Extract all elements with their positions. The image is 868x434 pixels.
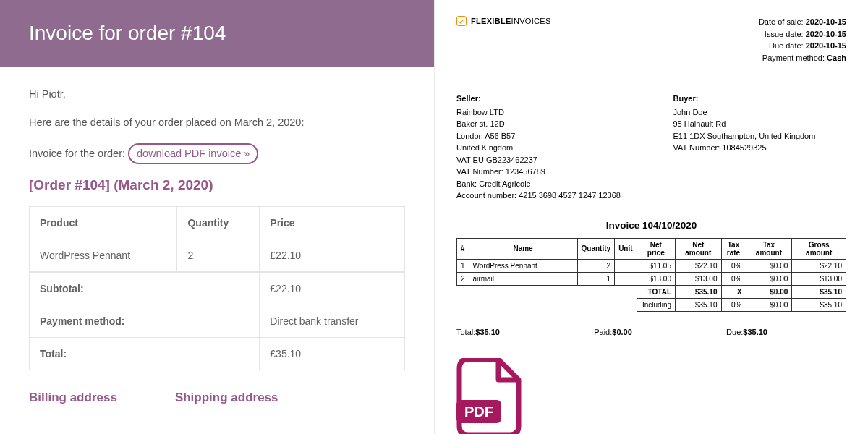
cell-qty: 1	[577, 272, 615, 285]
meta-sale-label: Date of sale:	[759, 17, 806, 26]
col-gross: Gross amount	[792, 238, 846, 259]
total-row: Total: £35.10	[30, 338, 405, 370]
brand-strong: FLEXIBLE	[471, 17, 511, 25]
cell-tax-amount: $0.00	[746, 272, 792, 285]
total-gross: $35.10	[792, 285, 846, 298]
meta-payment-value: Cash	[827, 54, 846, 62]
download-line: Invoice for the order: download PDF invo…	[29, 143, 405, 164]
incl-tax: $0.00	[746, 298, 792, 311]
greeting-text: Hi Piotr,	[29, 87, 405, 102]
total-label: TOTAL	[637, 285, 675, 298]
buyer-line2: E11 1DX Southampton, United Kingdom	[673, 130, 847, 142]
incl-label: Including	[637, 298, 675, 311]
cell-net-amount: $13.00	[676, 272, 722, 285]
inv-row: 1 WordPress Pennant 2 $11.05 $22.10 0% $…	[457, 259, 846, 272]
footer-paid-value: $0.00	[612, 328, 632, 336]
incl-rate: 0%	[721, 298, 746, 311]
inv-including-row: Including $35.10 0% $0.00 $35.10	[457, 298, 846, 311]
seller-line3: United Kingdom	[456, 142, 630, 154]
brand-logo: FLEXIBLEINVOICES	[456, 16, 551, 26]
payment-value: Direct bank transfer	[260, 305, 405, 338]
billing-heading: Billing address	[29, 391, 117, 405]
cell-qty: 2	[577, 259, 615, 272]
email-body: Hi Piotr, Here are the details of your o…	[0, 67, 434, 425]
cell-gross: $22.10	[792, 259, 846, 272]
cell-tax-amount: $0.00	[746, 259, 792, 272]
total-tax: $0.00	[746, 285, 792, 298]
email-preview: Invoice for order #104 Hi Piotr, Here ar…	[0, 0, 434, 434]
pdf-file-icon: PDF	[456, 358, 522, 435]
seller-line1: Baker st. 12D	[456, 118, 630, 130]
col-price: Price	[260, 207, 405, 239]
brand-check-icon	[456, 16, 467, 26]
buyer-title: Buyer:	[673, 93, 847, 105]
download-prefix: Invoice for the order:	[29, 148, 128, 159]
buyer-block: Buyer: John Doe 95 Hainault Rd E11 1DX S…	[673, 93, 847, 202]
col-name: Name	[469, 238, 577, 259]
col-net-amount: Net amount	[676, 238, 722, 259]
cell-tax-rate: 0%	[721, 272, 746, 285]
address-row: Billing address Shipping address	[29, 391, 405, 405]
meta-due-label: Due date:	[769, 41, 806, 50]
email-banner-title: Invoice for order #104	[29, 22, 405, 45]
inv-total-row: TOTAL $35.10 X $0.00 $35.10	[457, 285, 846, 298]
cell-no: 1	[457, 259, 469, 272]
col-product: Product	[30, 207, 177, 239]
seller-vat-no: VAT Number: 123456789	[456, 166, 630, 178]
cell-net-amount: $22.10	[676, 259, 722, 272]
details-line: Here are the details of your order place…	[29, 115, 405, 130]
col-quantity: Quantity	[177, 207, 260, 239]
cell-tax-rate: 0%	[721, 259, 746, 272]
cell-product: WordPress Pennant	[30, 239, 177, 273]
table-header-row: Product Quantity Price	[30, 207, 405, 239]
table-row: WordPress Pennant 2 £22.10	[30, 239, 405, 273]
cell-unit	[615, 272, 637, 285]
payment-row: Payment method: Direct bank transfer	[30, 305, 405, 338]
inv-header-row: # Name Quantity Unit Net price Net amoun…	[457, 238, 846, 259]
payment-label: Payment method:	[30, 305, 260, 338]
cell-price: £22.10	[260, 239, 405, 273]
col-net-price: Net price	[637, 238, 675, 259]
invoice-document: FLEXIBLEINVOICES Date of sale: 2020-10-1…	[434, 0, 868, 434]
incl-net: $35.10	[676, 298, 722, 311]
parties: Seller: Rainbow LTD Baker st. 12D London…	[456, 93, 846, 202]
footer-paid-label: Paid:	[594, 328, 612, 336]
col-qty: Quantity	[577, 238, 615, 259]
subtotal-row: Subtotal: £22.10	[30, 272, 405, 305]
invoice-title: Invoice 104/10/2020	[456, 220, 846, 231]
seller-name: Rainbow LTD	[456, 106, 630, 119]
meta-issue-label: Issue date:	[765, 30, 806, 38]
order-table: Product Quantity Price WordPress Pennant…	[29, 206, 405, 370]
buyer-vat-no: VAT Number: 1084529325	[673, 142, 847, 154]
download-pdf-link[interactable]: download PDF invoice »	[128, 143, 258, 164]
cell-quantity: 2	[177, 239, 260, 273]
total-net: $35.10	[676, 285, 722, 298]
meta-payment-label: Payment method:	[762, 54, 827, 62]
invoice-table: # Name Quantity Unit Net price Net amoun…	[456, 238, 846, 312]
seller-account: Account number: 4215 3698 4527 1247 1236…	[456, 190, 630, 202]
meta-due-value: 2020-10-15	[806, 41, 846, 50]
cell-name: WordPress Pennant	[469, 259, 577, 272]
seller-block: Seller: Rainbow LTD Baker st. 12D London…	[456, 93, 630, 202]
order-heading-link[interactable]: [Order #104] (March 2, 2020)	[29, 177, 405, 193]
footer-due-value: $35.10	[743, 328, 767, 336]
cell-net-price: $11.05	[637, 259, 675, 272]
cell-no: 2	[457, 272, 469, 285]
shipping-heading: Shipping address	[175, 391, 278, 405]
buyer-name: John Doe	[673, 106, 847, 119]
cell-net-price: $13.00	[637, 272, 675, 285]
brand-text: FLEXIBLEINVOICES	[471, 17, 551, 25]
footer-total-label: Total:	[456, 328, 475, 336]
invoice-meta: Date of sale: 2020-10-15 Issue date: 202…	[759, 16, 846, 64]
col-no: #	[457, 238, 469, 259]
buyer-line1: 95 Hainault Rd	[673, 118, 847, 130]
seller-vat-eu: VAT EU GB223462237	[456, 154, 630, 166]
invoice-top: FLEXIBLEINVOICES Date of sale: 2020-10-1…	[456, 16, 846, 64]
cell-unit	[615, 259, 637, 272]
meta-sale-value: 2020-10-15	[806, 17, 846, 26]
col-tax-rate: Tax rate	[721, 238, 746, 259]
total-label: Total:	[30, 338, 260, 370]
inv-row: 2 airmail 1 $13.00 $13.00 0% $0.00 $13.0…	[457, 272, 846, 285]
cell-name: airmail	[469, 272, 577, 285]
footer-total-value: $35.10	[475, 328, 500, 336]
